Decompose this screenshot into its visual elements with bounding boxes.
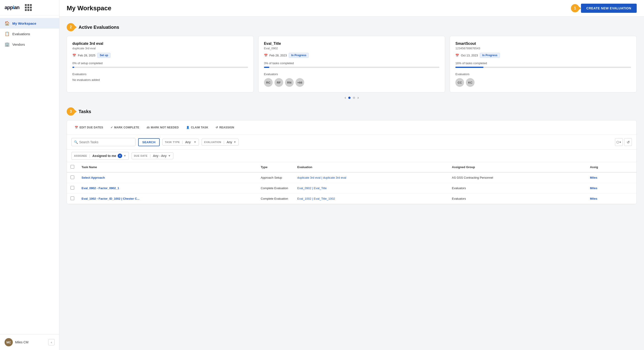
- task-link-1[interactable]: Eval_0902 - Factor_0902_1: [82, 186, 119, 190]
- eval-card-2[interactable]: SmartScout 123456789876543 📅 Oct 13, 202…: [450, 36, 637, 93]
- search-button[interactable]: SEARCH: [138, 138, 160, 146]
- sidebar-item-my-workspace[interactable]: 🏠 My Workspace: [0, 18, 59, 29]
- avatar-RC: RC: [264, 78, 273, 87]
- row-1-checkbox-cell: [67, 183, 78, 193]
- calendar-icon-2: 📅: [455, 54, 459, 57]
- active-evaluations-title: Active Evaluations: [78, 25, 119, 30]
- row-0-task-name: Select Approach: [78, 172, 257, 183]
- card-date-0: Feb 28, 2025: [78, 54, 96, 57]
- filter-button[interactable]: ⬡ ▼: [615, 138, 623, 146]
- tasks-section-header: 3 Tasks: [67, 107, 637, 116]
- assignee-link-2[interactable]: Miles: [590, 197, 598, 200]
- row-2-evaluation: Eval_1002 | Eval_Title_1002: [294, 193, 448, 204]
- card-date-row-1: 📅 Feb 28, 2023 In Progress: [264, 53, 440, 58]
- content-area: 2 Active Evaluations duplicate 3rd eval …: [60, 17, 644, 211]
- row-1-task-name: Eval_0902 - Factor_0902_1: [78, 183, 257, 193]
- sidebar-item-vendors[interactable]: 🏢 Vendors: [0, 39, 59, 50]
- evaluation-filter-label: EVALUATION: [204, 141, 221, 143]
- sidebar-item-evaluations[interactable]: 📋 Evaluations: [0, 29, 59, 39]
- row-0-evaluation: duplicate 3rd eval | duplicate 3rd eval: [294, 172, 448, 183]
- eval-link-0[interactable]: duplicate 3rd eval | duplicate 3rd eval: [297, 176, 346, 179]
- task-link-0[interactable]: Select Approach: [82, 176, 105, 179]
- card-date-2: Oct 13, 2023: [461, 54, 478, 57]
- task-link-2[interactable]: Eval_1002 - Factor_ID_1002 | Chester C..…: [82, 197, 140, 200]
- search-input[interactable]: [79, 138, 133, 146]
- tasks-toolbar: 📅 EDIT DUE DATES ✓ MARK COMPLETE 🗃 MARK …: [67, 120, 636, 135]
- edit-due-dates-button[interactable]: 📅 EDIT DUE DATES: [72, 124, 106, 131]
- claim-task-button[interactable]: 👤 CLAIM TASK: [183, 124, 212, 131]
- progress-bar-bg-2: [455, 67, 631, 68]
- claim-task-label: CLAIM TASK: [191, 126, 208, 129]
- avatar-KC: KC: [466, 78, 474, 87]
- filter-arrow-small: ▼: [619, 141, 622, 143]
- create-new-evaluation-button[interactable]: CREATE NEW EVALUATION: [581, 4, 637, 13]
- avatar-RN: RN: [285, 78, 294, 87]
- row-2-assignee: Miles: [586, 193, 636, 204]
- due-date-arrow-icon: ▼: [168, 154, 171, 157]
- calendar-icon-1: 📅: [264, 54, 268, 57]
- refresh-button[interactable]: ↺: [624, 138, 632, 146]
- evaluation-filter-value: Any: [226, 140, 232, 144]
- active-evaluations-header: 2 Active Evaluations: [67, 23, 637, 31]
- status-badge-1: In Progress: [289, 53, 309, 58]
- no-evaluators-0: No evaluators added: [72, 78, 248, 82]
- row-2-checkbox-cell: [67, 193, 78, 204]
- search-box: 🔍: [72, 138, 136, 146]
- row-2-checkbox[interactable]: [70, 196, 74, 200]
- card-date-1: Feb 28, 2023: [270, 54, 287, 57]
- col-header-type: Type: [257, 162, 294, 172]
- select-all-checkbox[interactable]: [70, 165, 74, 169]
- assignee-link-1[interactable]: Miles: [590, 186, 598, 190]
- row-1-assigned-group: Evaluators: [448, 183, 586, 193]
- sidebar-footer: MC Miles CM ‹: [0, 334, 59, 350]
- eval-link-2[interactable]: Eval_1002 | Eval_Title_1002: [297, 197, 335, 200]
- evaluators-label-0: Evaluators: [72, 72, 248, 76]
- row-1-checkbox[interactable]: [70, 186, 74, 190]
- step-badge-1: 1: [571, 4, 579, 12]
- pagination: ‹ ›: [67, 95, 637, 100]
- assignee-link-0[interactable]: Miles: [590, 176, 598, 179]
- eval-card-1[interactable]: Eval_Title Eval_0902 📅 Feb 28, 2023 In P…: [258, 36, 445, 93]
- avatar-CC: CC: [455, 78, 464, 87]
- sidebar-item-label: Vendors: [12, 43, 25, 46]
- pagination-dot-2[interactable]: [353, 97, 355, 99]
- reassign-label: REASSIGN: [219, 126, 234, 129]
- evaluation-filter[interactable]: EVALUATION | Any ▼: [202, 139, 239, 146]
- pagination-next[interactable]: ›: [358, 95, 359, 100]
- grid-icon[interactable]: [25, 4, 32, 11]
- eval-cards-container: duplicate 3rd eval duplicate 3rd eval 📅 …: [67, 36, 637, 93]
- card-subtitle-1: Eval_0902: [264, 47, 440, 50]
- filter-row-2: ASSIGNEE | Assigned to me ✕ ▼ DUE DATE |…: [67, 150, 636, 162]
- table-row: Select Approach Approach Setup duplicate…: [67, 172, 636, 183]
- mark-complete-label: MARK COMPLETE: [114, 126, 139, 129]
- card-title-0: duplicate 3rd eval: [72, 42, 248, 46]
- progress-text-2: 16% of tasks completed: [455, 62, 631, 65]
- evaluation-filter-arrow-icon: ▼: [234, 141, 236, 144]
- eval-link-1[interactable]: Eval_0902 | Eval_Title: [297, 186, 327, 190]
- status-badge-0: Set up: [97, 53, 111, 58]
- tasks-table: Task Name Type Evaluation Assigned Group: [67, 162, 636, 204]
- list-icon: 📋: [4, 31, 10, 36]
- due-date-filter[interactable]: DUE DATE | Any - Any ▼: [132, 152, 173, 159]
- progress-text-1: 3% of tasks completed: [264, 62, 440, 65]
- card-subtitle-0: duplicate 3rd eval: [72, 47, 248, 50]
- page-title: My Workspace: [67, 5, 112, 12]
- avatars-row-1: RC RF RN +66: [264, 78, 440, 87]
- assignee-value: Assigned to me: [92, 154, 116, 158]
- task-type-filter[interactable]: TASK TYPE | Any ▼: [162, 139, 199, 146]
- col-header-task-name: Task Name: [78, 162, 257, 172]
- row-0-checkbox[interactable]: [70, 175, 74, 179]
- eval-card-0[interactable]: duplicate 3rd eval duplicate 3rd eval 📅 …: [67, 36, 254, 93]
- reassign-button[interactable]: ↺ REASSIGN: [212, 124, 237, 131]
- progress-bar-fill-0: [72, 67, 74, 68]
- sidebar-collapse-button[interactable]: ‹: [48, 339, 54, 345]
- row-0-checkbox-cell: [67, 172, 78, 183]
- mark-not-needed-button[interactable]: 🗃 MARK NOT NEEDED: [144, 124, 182, 131]
- assignee-clear-button[interactable]: ✕: [118, 154, 122, 158]
- mark-not-needed-label: MARK NOT NEEDED: [151, 126, 179, 129]
- user-initials: MC: [6, 341, 11, 344]
- pagination-prev[interactable]: ‹: [344, 95, 346, 100]
- pagination-dot-1[interactable]: [348, 97, 350, 99]
- assignee-filter[interactable]: ASSIGNEE | Assigned to me ✕ ▼: [72, 152, 129, 160]
- mark-complete-button[interactable]: ✓ MARK COMPLETE: [107, 124, 142, 131]
